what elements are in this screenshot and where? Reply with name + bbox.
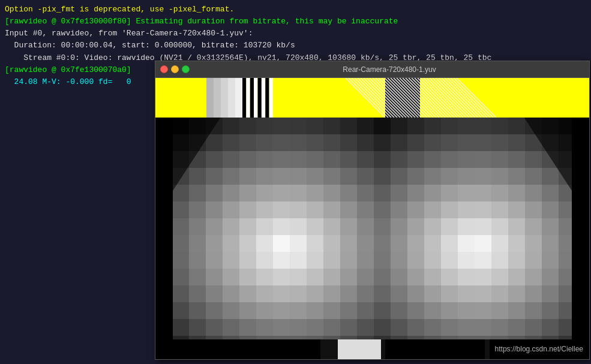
close-button[interactable]: [160, 65, 168, 73]
watermark-text: https://blog.csdn.net/Ciellee: [495, 345, 583, 353]
media-window: Rear-Camera-720x480-1.yuv https://blog.c…: [155, 61, 590, 360]
media-content: https://blog.csdn.net/Ciellee: [155, 78, 589, 359]
video-frame-canvas: [155, 78, 589, 359]
terminal-line-3: Input #0, rawvideo, from 'Rear-Camera-72…: [5, 28, 586, 40]
window-title: Rear-Camera-720x480-1.yuv: [194, 65, 584, 74]
titlebar-buttons: [160, 65, 190, 73]
terminal-line-2: [rawvideo @ 0x7fe130000f80] Estimating d…: [5, 16, 586, 28]
terminal-line-4: Duration: 00:00:00.04, start: 0.000000, …: [5, 40, 586, 52]
minimize-button[interactable]: [171, 65, 179, 73]
maximize-button[interactable]: [182, 65, 190, 73]
media-titlebar: Rear-Camera-720x480-1.yuv: [155, 61, 589, 78]
terminal-line-1: Option -pix_fmt is deprecated, use -pixe…: [5, 4, 586, 16]
yuv-canvas: [155, 78, 589, 359]
